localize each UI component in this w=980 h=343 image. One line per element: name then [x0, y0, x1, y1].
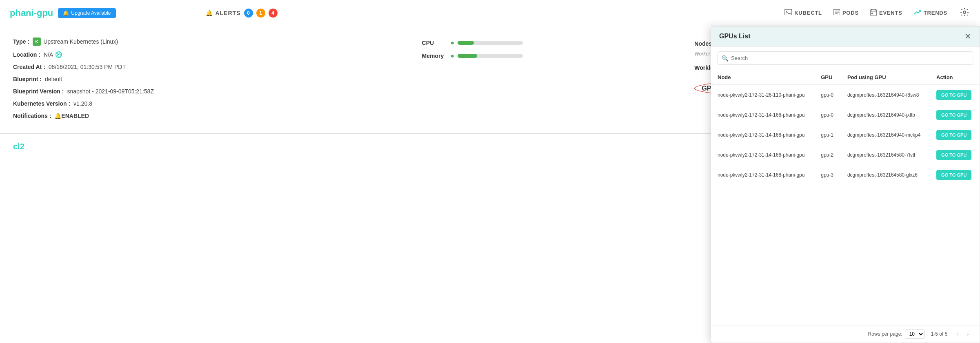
nav-pods[interactable]: PODS [833, 9, 859, 16]
resource-section: CPU ● Memory ● [422, 38, 695, 125]
memory-progress-fill [458, 54, 477, 58]
alert-badge-orange[interactable]: 1 [256, 9, 265, 18]
pods-label: PODS [842, 10, 859, 16]
memory-label: Memory [422, 53, 451, 59]
header-center: 🔔 ALERTS 0 1 4 [206, 9, 278, 18]
bell-icon: 🔔 [206, 10, 213, 16]
gpu-table: Node GPU Pod using GPU Action node-pkvwl… [711, 70, 980, 325]
k8s-icon: K [33, 38, 41, 46]
pagination-controls: ‹ › [954, 330, 971, 339]
rows-per-page-select[interactable]: 10 25 50 [905, 330, 924, 339]
cell-action: GO TO GPU [930, 125, 980, 145]
table-row: node-pkvwly2-172-31-14-168-phani-gpu gpu… [711, 165, 980, 185]
cluster-details: Type : K Upstream Kubernetes (Linux) Loc… [13, 38, 422, 125]
header-left: phani-gpu 🔔 Upgrade Available [10, 8, 116, 18]
rows-per-page-control: Rows per page: 10 25 50 [868, 330, 924, 339]
location-label: Location : [13, 51, 40, 58]
col-gpu: GPU [814, 70, 841, 85]
cell-pod: dcgmproftest-1632164940-jxftb [841, 105, 930, 125]
settings-button[interactable] [959, 7, 970, 19]
created-value: 08/16/2021, 01:30:53 PM PDT [49, 64, 126, 70]
alerts-section: 🔔 ALERTS 0 1 4 [206, 9, 278, 18]
table-row: node-pkvwly2-172-31-14-168-phani-gpu gpu… [711, 145, 980, 165]
col-pod: Pod using GPU [841, 70, 930, 85]
k8s-version-label: Kubernetes Version : [13, 100, 70, 107]
upgrade-button[interactable]: 🔔 Upgrade Available [58, 8, 116, 18]
calendar-icon [870, 9, 877, 17]
cell-gpu: gpu-2 [814, 145, 841, 165]
go-to-gpu-button[interactable]: GO TO GPU [936, 130, 971, 140]
alert-badge-blue[interactable]: 0 [244, 9, 253, 18]
location-icon[interactable] [56, 51, 62, 58]
go-to-gpu-button[interactable]: GO TO GPU [936, 90, 971, 100]
cell-pod: dcgmproftest-1632164940-mckp4 [841, 125, 930, 145]
search-input[interactable] [718, 51, 973, 65]
header-nav: KUBECTL PODS EVENTS TRENDS [784, 7, 970, 19]
next-page-button[interactable]: › [964, 330, 971, 339]
blueprint-value: default [45, 76, 62, 82]
col-node: Node [711, 70, 814, 85]
nav-trends[interactable]: TRENDS [914, 9, 947, 16]
terminal-icon [784, 9, 792, 16]
svg-rect-0 [784, 9, 792, 15]
cell-pod: dcgmproftest-1632164940-f8sw8 [841, 85, 930, 105]
memory-status-icon: ● [451, 52, 455, 60]
type-value: Upstream Kubernetes (Linux) [43, 38, 118, 45]
prev-page-button[interactable]: ‹ [954, 330, 961, 339]
svg-point-11 [963, 11, 966, 13]
gpu-search-container: 🔍 [711, 46, 980, 70]
upgrade-label: Upgrade Available [71, 10, 111, 16]
cell-action: GO TO GPU [930, 85, 980, 105]
second-cluster-name[interactable]: cl2 [13, 142, 24, 151]
gpu-panel: GPUs List ✕ 🔍 Node GPU Pod using GPU Act… [711, 26, 980, 343]
list-icon [833, 9, 840, 16]
nav-events[interactable]: EVENTS [870, 9, 902, 17]
go-to-gpu-button[interactable]: GO TO GPU [936, 110, 971, 120]
cell-gpu: gpu-3 [814, 165, 841, 185]
cpu-progress-fill [458, 41, 474, 45]
nodes-label: Nodes [694, 40, 712, 47]
go-to-gpu-button[interactable]: GO TO GPU [936, 150, 971, 160]
svg-point-13 [58, 54, 60, 55]
k8s-version-value: v1.20.8 [73, 100, 92, 107]
notifications-label: Notifications : [13, 113, 51, 119]
cell-gpu: gpu-0 [814, 85, 841, 105]
cpu-status-icon: ● [451, 39, 455, 46]
gpu-panel-close-button[interactable]: ✕ [964, 31, 971, 41]
notifications-bell-icon: 🔔 [54, 113, 61, 119]
cluster-name[interactable]: phani-gpu [10, 8, 53, 18]
kubectl-label: KUBECTL [794, 10, 822, 16]
events-label: EVENTS [879, 10, 902, 16]
table-row: node-pkvwly2-172-31-14-168-phani-gpu gpu… [711, 105, 980, 125]
nav-kubectl[interactable]: KUBECTL [784, 9, 822, 16]
cell-node: node-pkvwly2-172-31-14-168-phani-gpu [711, 125, 814, 145]
cell-node: node-pkvwly2-172-31-14-168-phani-gpu [711, 105, 814, 125]
blueprint-version-value: snapshot - 2021-09-09T05:21:58Z [67, 88, 153, 95]
gpu-panel-header: GPUs List ✕ [711, 27, 980, 46]
table-row: node-pkvwly2-172-31-26-110-phani-gpu gpu… [711, 85, 980, 105]
notifications-status: ENABLED [61, 113, 89, 119]
blueprint-label: Blueprint : [13, 76, 42, 82]
cell-action: GO TO GPU [930, 165, 980, 185]
page-range: 1-5 of 5 [931, 331, 948, 337]
location-value: N/A [44, 51, 53, 58]
cell-gpu: gpu-0 [814, 105, 841, 125]
table-row: node-pkvwly2-172-31-14-168-phani-gpu gpu… [711, 125, 980, 145]
trends-label: TRENDS [924, 10, 947, 16]
go-to-gpu-button[interactable]: GO TO GPU [936, 170, 971, 180]
cpu-label: CPU [422, 40, 451, 46]
cell-node: node-pkvwly2-172-31-14-168-phani-gpu [711, 145, 814, 165]
type-label: Type : [13, 38, 29, 45]
svg-rect-6 [870, 10, 877, 15]
gpu-panel-title: GPUs List [719, 33, 750, 40]
cell-pod: dcgmproftest-1632164580-7tvtl [841, 145, 930, 165]
alert-badge-red[interactable]: 4 [269, 9, 278, 18]
rows-per-page-label: Rows per page: [868, 331, 902, 337]
cell-action: GO TO GPU [930, 145, 980, 165]
trending-icon [914, 9, 921, 16]
cell-gpu: gpu-1 [814, 125, 841, 145]
cell-action: GO TO GPU [930, 105, 980, 125]
search-icon: 🔍 [722, 55, 729, 62]
cell-node: node-pkvwly2-172-31-14-168-phani-gpu [711, 165, 814, 185]
svg-rect-10 [871, 13, 873, 14]
